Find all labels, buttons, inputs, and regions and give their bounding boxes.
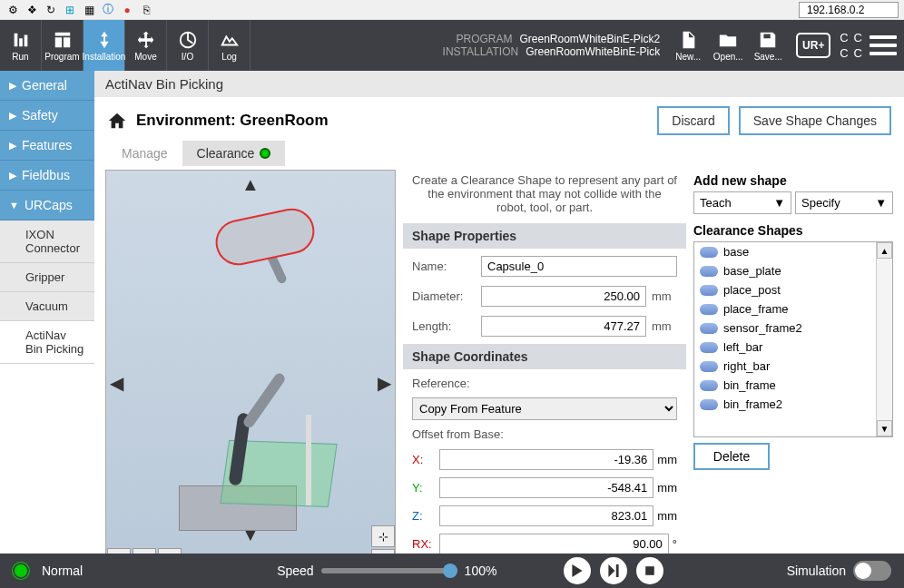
length-input[interactable] <box>481 316 646 337</box>
list-item[interactable]: base <box>694 242 876 261</box>
os-icon-5[interactable]: ▦ <box>82 3 96 17</box>
sidebar-sub-ixon[interactable]: IXON Connector <box>0 220 94 263</box>
viewer-nav-right[interactable]: ▶ <box>378 372 391 394</box>
sidebar-label: Fieldbus <box>22 168 70 182</box>
diameter-label: Diameter: <box>412 289 476 303</box>
scroll-up-icon[interactable]: ▲ <box>877 242 892 259</box>
os-icon-close[interactable]: ● <box>120 3 134 17</box>
chevron-down-icon: ▼ <box>9 200 19 211</box>
capsule-icon <box>700 380 718 391</box>
capsule-icon <box>700 342 718 353</box>
capsule-icon <box>700 266 718 277</box>
os-top-strip: ⚙ ❖ ↻ ⊞ ▦ ⓘ ● ⎘ <box>0 0 904 20</box>
urplus-button[interactable]: UR+ <box>796 33 830 58</box>
sidebar-item-fieldbus[interactable]: ▶Fieldbus <box>0 161 94 191</box>
ip-address-field[interactable] <box>799 2 899 18</box>
list-scrollbar[interactable]: ▲ ▼ <box>876 242 892 436</box>
os-icon-6[interactable]: ⓘ <box>101 3 115 17</box>
delete-button[interactable]: Delete <box>693 443 770 470</box>
list-item-label: place_post <box>723 283 781 297</box>
file-new-label: New... <box>675 52 701 62</box>
capsule-icon <box>700 323 718 334</box>
add-shape-label: Add new shape <box>693 170 893 191</box>
reference-label: Reference: <box>403 375 686 392</box>
list-item[interactable]: bin_frame2 <box>694 395 876 414</box>
installation-value: GreenRoomWhiteBinE-Pick <box>526 45 660 58</box>
nav-io[interactable]: I/O <box>167 20 209 71</box>
speed-slider[interactable] <box>321 568 457 573</box>
simulation-label: Simulation <box>787 564 846 578</box>
viewer-nav-up[interactable]: ▲ <box>241 174 260 195</box>
file-new[interactable]: New... <box>669 20 707 71</box>
list-item[interactable]: right_bar <box>694 357 876 376</box>
capsule-icon <box>700 285 718 296</box>
x-input[interactable] <box>439 449 653 470</box>
teach-dropdown[interactable]: Teach▼ <box>693 191 791 214</box>
chevron-down-icon: ▼ <box>773 196 785 210</box>
list-item-label: bin_frame <box>723 378 776 392</box>
home-icon[interactable] <box>107 111 127 131</box>
step-button[interactable] <box>600 557 627 584</box>
list-item[interactable]: place_frame <box>694 299 876 318</box>
list-item[interactable]: base_plate <box>694 261 876 280</box>
z-input[interactable] <box>439 505 653 526</box>
sidebar-sub-vacuum[interactable]: Vacuum <box>0 292 94 321</box>
y-input[interactable] <box>439 477 653 498</box>
sidebar-sub-actinav[interactable]: ActiNav Bin Picking <box>0 321 94 364</box>
list-item-label: bin_frame2 <box>723 397 782 411</box>
shape-name-input[interactable] <box>481 256 677 277</box>
os-icon-2[interactable]: ❖ <box>25 3 39 17</box>
list-item-label: left_bar <box>723 340 762 354</box>
program-label: PROGRAM <box>456 33 512 45</box>
os-icon-1[interactable]: ⚙ <box>5 3 20 17</box>
list-item-label: base_plate <box>723 264 781 278</box>
discard-button[interactable]: Discard <box>657 106 729 135</box>
length-label: Length: <box>412 319 476 333</box>
tab-manage[interactable]: Manage <box>107 141 182 166</box>
sidebar-item-general[interactable]: ▶General <box>0 71 94 101</box>
reference-select[interactable]: Copy From Feature <box>412 397 677 420</box>
os-icon-4[interactable]: ⊞ <box>63 3 77 17</box>
nav-run[interactable]: Run <box>0 20 42 71</box>
viewer-nav-left[interactable]: ◀ <box>110 372 123 394</box>
play-button[interactable] <box>564 557 591 584</box>
rx-input[interactable] <box>439 534 669 554</box>
nav-log[interactable]: Log <box>209 20 251 71</box>
os-icon-7[interactable]: ⎘ <box>139 3 153 17</box>
nav-move[interactable]: Move <box>125 20 167 71</box>
sidebar-sub-gripper[interactable]: Gripper <box>0 263 94 292</box>
tab-clearance[interactable]: Clearance <box>182 141 286 166</box>
chevron-down-icon: ▼ <box>875 196 887 210</box>
sidebar-item-features[interactable]: ▶Features <box>0 131 94 161</box>
unit: ° <box>673 537 677 551</box>
stop-button[interactable] <box>636 557 663 584</box>
nav-installation[interactable]: Installation <box>84 20 125 71</box>
diameter-input[interactable] <box>481 286 646 307</box>
file-open[interactable]: Open... <box>709 20 747 71</box>
unit-mm: mm <box>652 319 677 333</box>
vtool-axes-icon[interactable]: ⊹ <box>371 525 395 547</box>
os-icon-3[interactable]: ↻ <box>44 3 58 17</box>
menu-hamburger[interactable] <box>870 35 897 55</box>
sidebar-item-urcaps[interactable]: ▼URCaps <box>0 191 94 220</box>
viewer-3d[interactable]: ▲ ▼ ◀ ▶ 👁 <box>105 170 396 588</box>
page-title: ActiNav Bin Picking <box>94 71 904 97</box>
sidebar-label: Features <box>22 138 72 152</box>
nav-program[interactable]: Program <box>42 20 84 71</box>
file-save[interactable]: Save... <box>749 20 787 71</box>
list-item[interactable]: place_post <box>694 280 876 299</box>
save-shape-button[interactable]: Save Shape Changes <box>739 106 891 135</box>
tab-clearance-label: Clearance <box>197 146 255 161</box>
specify-dropdown[interactable]: Specify▼ <box>795 191 893 214</box>
list-item[interactable]: sensor_frame2 <box>694 318 876 338</box>
shape-coords-header: Shape Coordinates <box>403 344 686 369</box>
y-label: Y: <box>412 481 436 495</box>
scroll-down-icon[interactable]: ▼ <box>877 420 892 436</box>
sidebar-item-safety[interactable]: ▶Safety <box>0 101 94 131</box>
list-item[interactable]: bin_frame <box>694 376 876 395</box>
list-item[interactable]: left_bar <box>694 338 876 357</box>
installation-label: INSTALLATION <box>443 45 519 58</box>
simulation-toggle[interactable] <box>853 561 891 581</box>
file-save-label: Save... <box>754 52 782 62</box>
status-dot-icon <box>260 148 270 159</box>
